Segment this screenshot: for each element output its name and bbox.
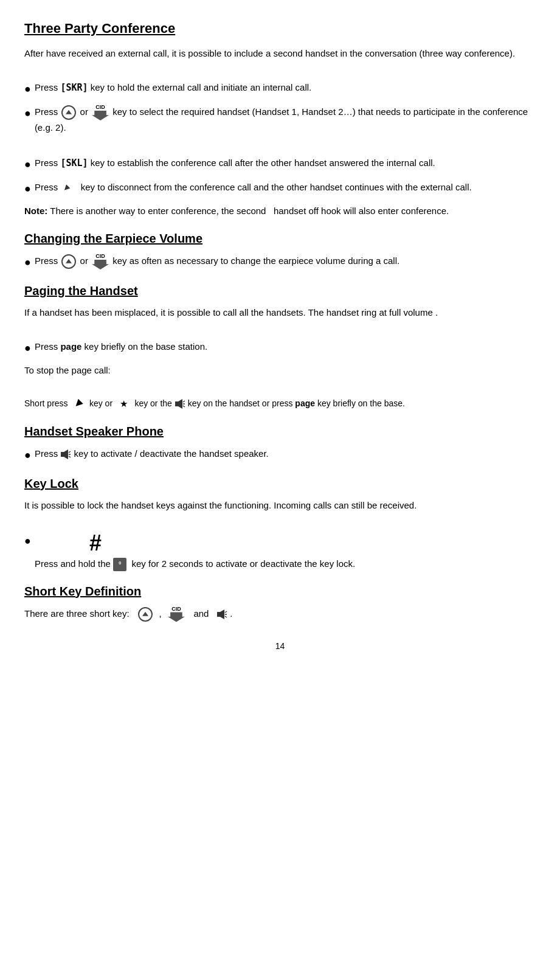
svg-rect-5	[61, 452, 64, 457]
bullet-symbol: ●	[24, 254, 31, 271]
short-key-text: There are three short key: , CID and .	[24, 606, 536, 622]
bullet-symbol: ●	[24, 105, 31, 122]
bullet-symbol: ●	[24, 447, 31, 464]
svg-line-9	[69, 456, 71, 457]
list-item: ● Press [SKL] key to establish the confe…	[24, 156, 536, 173]
bullet-text: Press key to activate / deactivate the h…	[35, 446, 536, 461]
page-title: Three Party Conference	[24, 18, 536, 38]
list-item: ● # Press and hold the ⁰ key for 2 secon…	[24, 532, 536, 571]
bullet-symbol: ●	[24, 181, 31, 197]
svg-line-2	[183, 401, 185, 402]
bullet-text: Press or CID key to select the required …	[35, 105, 536, 135]
heading-speaker-phone: Handset Speaker Phone	[24, 422, 536, 440]
svg-marker-6	[64, 450, 68, 459]
svg-line-7	[69, 451, 71, 453]
svg-rect-10	[217, 612, 220, 617]
bullet-text: # Press and hold the ⁰ key for 2 seconds…	[35, 532, 536, 571]
svg-rect-0	[175, 401, 178, 406]
bullet-text: Press or CID key as often as necessary t…	[35, 254, 536, 269]
bullet-symbol: ●	[24, 533, 31, 549]
svg-marker-1	[178, 399, 182, 409]
list-item: ● Press page key briefly on the base sta…	[24, 339, 536, 356]
list-item: ● Press or CID key to select the require…	[24, 105, 536, 135]
cid-icon: CID	[92, 105, 109, 120]
paging-intro: If a handset has been misplaced, it is p…	[24, 306, 536, 320]
page-number: 14	[24, 640, 536, 653]
short-press-text: Short press ▶ key or ★ key or the key on…	[24, 397, 536, 411]
list-item: ● Press [SKR] key to hold the external c…	[24, 80, 536, 97]
bullet-text: Press [SKR] key to hold the external cal…	[35, 80, 536, 95]
heading-paging-handset: Paging the Handset	[24, 282, 536, 300]
bullet-text: Press [SKL] key to establish the confere…	[35, 156, 536, 170]
heading-key-lock: Key Lock	[24, 474, 536, 493]
speaker-icon	[175, 398, 185, 409]
stop-page-text: To stop the page call:	[24, 364, 536, 378]
svg-line-14	[225, 616, 227, 617]
hash-key-icon: ⁰	[113, 558, 126, 571]
up-arrow-icon	[61, 254, 76, 269]
intro-three-party: After have received an external call, it…	[24, 47, 536, 61]
svg-line-4	[183, 406, 185, 407]
bullet-text: Press ► key to disconnect from the confe…	[35, 180, 536, 195]
speaker-icon	[60, 449, 71, 460]
note-text: Note: There is another way to enter conf…	[24, 204, 536, 218]
heading-short-key-definition: Short Key Definition	[24, 582, 536, 600]
bullet-symbol: ●	[24, 81, 31, 97]
svg-line-12	[225, 611, 227, 613]
end-call-icon: ►	[58, 180, 75, 196]
bullet-symbol: ●	[24, 156, 31, 173]
cid-icon: CID	[168, 606, 185, 622]
bullet-text: Press page key briefly on the base stati…	[35, 339, 536, 354]
list-item: ● Press ► key to disconnect from the con…	[24, 180, 536, 197]
up-arrow-icon	[61, 105, 76, 120]
speaker-icon	[216, 609, 227, 620]
heading-earpiece-volume: Changing the Earpiece Volume	[24, 229, 536, 248]
key-lock-intro: It is possible to lock the handset keys …	[24, 499, 536, 513]
bullet-symbol: ●	[24, 340, 31, 356]
list-item: ● Press or CID key as often as necessary…	[24, 254, 536, 271]
up-arrow-icon	[138, 607, 153, 622]
svg-marker-11	[220, 610, 224, 619]
cid-icon: CID	[92, 254, 109, 269]
list-item: ● Press key to activate / deactivate the…	[24, 446, 536, 464]
